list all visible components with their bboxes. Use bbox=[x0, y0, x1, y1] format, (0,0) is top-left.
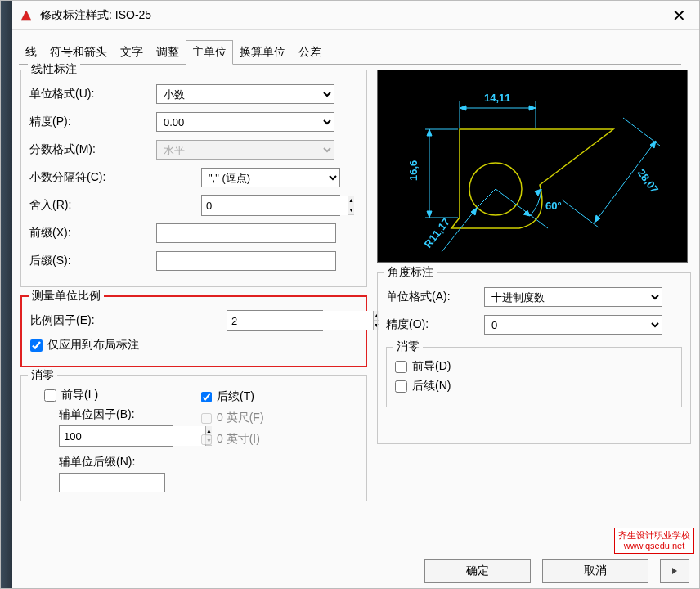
precision-select[interactable]: 0.00 bbox=[156, 112, 334, 132]
preview-pane: 14,11 16,6 28,07 60° R11,17 bbox=[377, 70, 688, 263]
precision-label: 精度(P): bbox=[29, 115, 156, 129]
svg-text:14,11: 14,11 bbox=[484, 92, 511, 104]
app-logo bbox=[19, 8, 34, 23]
sub-factor-label: 辅单位因子(B): bbox=[59, 407, 186, 422]
zero-group: 消零 前导(L) 辅单位因子(B): ▲▼ bbox=[20, 375, 367, 501]
zero-leading-check[interactable] bbox=[44, 389, 56, 402]
ang-zero-title: 消零 bbox=[393, 339, 423, 354]
titlebar: 修改标注样式: ISO-25 ✕ bbox=[1, 1, 699, 30]
help-button[interactable] bbox=[660, 559, 689, 583]
decimal-sep-label: 小数分隔符(C): bbox=[29, 170, 156, 185]
ang-trailing-check[interactable] bbox=[395, 380, 407, 393]
suffix-label: 后缀(S): bbox=[29, 254, 156, 268]
zero-group-title: 消零 bbox=[28, 368, 57, 383]
svg-text:R11,17: R11,17 bbox=[422, 216, 453, 250]
unit-format-select[interactable]: 小数 bbox=[156, 84, 334, 104]
svg-text:28,07: 28,07 bbox=[635, 167, 662, 196]
ok-button[interactable]: 确定 bbox=[424, 559, 531, 583]
zero-trailing-label: 后续(T) bbox=[217, 389, 254, 404]
round-input[interactable] bbox=[202, 196, 348, 215]
suffix-input[interactable] bbox=[156, 251, 336, 271]
watermark: 齐生设计职业学校 www.qsedu.net bbox=[614, 528, 694, 554]
zero-feet-check bbox=[201, 413, 212, 424]
layout-only-label: 仅应用到布局标注 bbox=[47, 338, 139, 353]
sub-suffix-input[interactable] bbox=[59, 473, 165, 492]
sub-suffix-label: 辅单位后缀(N): bbox=[59, 455, 186, 470]
ang-precision-label: 精度(O): bbox=[386, 317, 484, 332]
linear-group: 线性标注 单位格式(U): 小数 精度(P): 0.00 分数格式(M): bbox=[20, 70, 367, 287]
svg-line-8 bbox=[562, 200, 599, 227]
tab-alternate[interactable]: 换算单位 bbox=[233, 40, 292, 65]
svg-text:60°: 60° bbox=[545, 200, 562, 212]
scale-factor-spinner[interactable]: ▲▼ bbox=[227, 310, 323, 331]
angular-group: 角度标注 单位格式(A): 十进制度数 精度(O): 0 消零 bbox=[377, 272, 691, 444]
zero-inches-check bbox=[201, 434, 212, 445]
angular-group-title: 角度标注 bbox=[384, 265, 437, 280]
decimal-sep-select[interactable]: "," (逗点) bbox=[201, 168, 340, 187]
scale-group-title: 测量单位比例 bbox=[29, 289, 104, 303]
round-spinner[interactable]: ▲▼ bbox=[201, 195, 340, 216]
prefix-label: 前缀(X): bbox=[29, 226, 156, 241]
svg-text:16,6: 16,6 bbox=[407, 160, 420, 181]
sub-factor-spinner[interactable]: ▲▼ bbox=[59, 425, 173, 447]
ang-precision-select[interactable]: 0 bbox=[484, 315, 662, 335]
linear-group-title: 线性标注 bbox=[28, 62, 80, 77]
tabbar: 线 符号和箭头 文字 调整 主单位 换算单位 公差 bbox=[19, 40, 699, 65]
left-accent bbox=[1, 1, 12, 588]
tab-primary[interactable]: 主单位 bbox=[186, 40, 233, 65]
prefix-input[interactable] bbox=[156, 223, 336, 243]
ang-trailing-label: 后续(N) bbox=[412, 379, 451, 393]
zero-trailing-check[interactable] bbox=[201, 392, 212, 402]
tab-tolerance[interactable]: 公差 bbox=[292, 40, 328, 65]
zero-inches-label: 0 英寸(I) bbox=[217, 432, 260, 447]
scale-group: 测量单位比例 比例因子(E): ▲▼ 仅应用到布局标注 bbox=[20, 295, 367, 367]
scale-factor-label: 比例因子(E): bbox=[30, 313, 227, 328]
round-label: 舍入(R): bbox=[29, 198, 156, 213]
zero-feet-label: 0 英尺(F) bbox=[217, 411, 264, 425]
window-title: 修改标注样式: ISO-25 bbox=[40, 8, 667, 23]
ang-format-select[interactable]: 十进制度数 bbox=[484, 287, 662, 307]
layout-only-check[interactable] bbox=[30, 339, 43, 352]
round-down[interactable]: ▼ bbox=[348, 205, 354, 215]
unit-format-label: 单位格式(U): bbox=[29, 87, 156, 101]
close-button[interactable]: ✕ bbox=[667, 6, 691, 25]
svg-line-10 bbox=[496, 189, 548, 228]
fraction-select: 水平 bbox=[156, 140, 334, 160]
fraction-label: 分数格式(M): bbox=[29, 142, 156, 157]
tab-symbols[interactable]: 符号和箭头 bbox=[43, 40, 114, 65]
ang-leading-label: 前导(D) bbox=[412, 359, 451, 374]
tab-adjust[interactable]: 调整 bbox=[150, 40, 186, 65]
ang-format-label: 单位格式(A): bbox=[386, 290, 484, 304]
ang-zero-group: 消零 前导(D) 后续(N) bbox=[386, 347, 682, 407]
ang-leading-check[interactable] bbox=[395, 361, 407, 373]
cancel-button[interactable]: 取消 bbox=[542, 559, 648, 583]
zero-leading-label: 前导(L) bbox=[61, 388, 98, 402]
tab-text[interactable]: 文字 bbox=[114, 40, 150, 65]
svg-line-11 bbox=[477, 189, 496, 208]
sub-factor-input[interactable] bbox=[60, 426, 205, 446]
scale-factor-input[interactable] bbox=[227, 311, 373, 330]
round-up[interactable]: ▲ bbox=[348, 196, 354, 205]
tab-line[interactable]: 线 bbox=[19, 40, 43, 65]
